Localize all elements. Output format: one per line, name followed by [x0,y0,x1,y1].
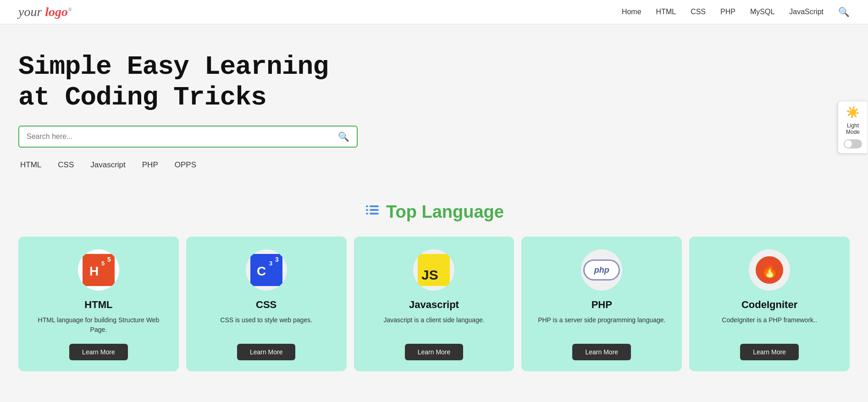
card-js-desc: Javascript is a client side language. [383,315,484,335]
card-ci-title: CodeIgniter [741,299,797,311]
nav-php[interactable]: PHP [720,8,735,16]
svg-rect-1 [370,209,379,211]
hero-title: Simple Easy Learning at Coding Tricks [18,52,362,113]
card-css-btn[interactable]: Learn More [237,344,296,360]
nav-javascript[interactable]: JavaScript [789,8,824,16]
cat-css[interactable]: CSS [58,160,74,170]
card-codeigniter: 🔥 CodeIgniter CodeIgniter is a PHP frame… [689,237,850,371]
php-icon-circle: php [581,249,622,291]
svg-text:C: C [257,264,266,278]
site-logo: your logo® [18,5,72,19]
svg-rect-0 [370,205,379,207]
top-language-section: Top Language H 5 HTML HTML language for … [0,183,868,380]
card-php-title: PHP [592,299,612,311]
nav-html[interactable]: HTML [656,8,676,16]
language-cards: H 5 HTML HTML language for building Stru… [18,237,850,371]
css-icon-circle: C 3 [246,249,287,291]
list-icon [364,202,381,222]
html-icon-circle: H 5 [78,249,119,291]
nav-css[interactable]: CSS [691,8,706,16]
nav-mysql[interactable]: MySQL [750,8,774,16]
section-title: Top Language [18,202,850,222]
card-css-desc: CSS is used to style web pages. [220,315,312,335]
html-badge: H 5 [83,254,115,286]
main-nav: Home HTML CSS PHP MySQL JavaScript 🔍 [622,6,850,17]
php-badge: php [583,259,620,281]
section-heading: Top Language [386,202,504,222]
svg-text:5: 5 [101,260,105,267]
logo-your: your [18,5,42,19]
ci-badge: 🔥 [756,256,783,284]
svg-rect-3 [366,205,368,207]
svg-text:3: 3 [269,260,272,267]
svg-rect-4 [366,209,368,211]
logo-reg: ® [68,6,72,13]
ci-icon-circle: 🔥 [749,249,790,291]
card-html-desc: HTML language for building Structure Web… [29,315,168,335]
card-css: C 3 CSS CSS is used to style web pages. … [186,237,347,371]
svg-text:H: H [89,264,99,278]
card-php-btn[interactable]: Learn More [572,344,631,360]
svg-rect-5 [366,213,368,215]
search-bar: 🔍 [18,126,358,148]
card-ci-desc: CodeIgniter is a PHP framework.. [722,315,817,335]
card-html-btn[interactable]: Learn More [69,344,128,360]
css-badge: C 3 [250,254,282,286]
card-php: php PHP PHP is a server side programming… [521,237,682,371]
card-javascript: JS Javascript Javascript is a client sid… [354,237,514,371]
cat-php[interactable]: PHP [142,160,158,170]
cat-html[interactable]: HTML [20,160,41,170]
card-js-title: Javascript [409,299,459,311]
header-search-button[interactable]: 🔍 [838,6,850,17]
logo-brand: logo [45,5,68,19]
site-header: your logo® Home HTML CSS PHP MySQL JavaS… [0,0,868,24]
card-html-title: HTML [84,299,112,311]
cat-opps[interactable]: OPPS [175,160,196,170]
search-input[interactable] [19,127,331,146]
svg-rect-2 [370,213,379,215]
category-links: HTML CSS Javascript PHP OPPS [18,160,850,170]
dark-mode-toggle[interactable] [844,139,862,149]
nav-home[interactable]: Home [622,8,641,16]
card-css-title: CSS [256,299,276,311]
js-icon-circle: JS [413,249,454,291]
card-php-desc: PHP is a server side programming languag… [538,315,665,335]
sun-icon: ☀️ [846,106,860,119]
card-ci-btn[interactable]: Learn More [740,344,799,360]
card-js-btn[interactable]: Learn More [405,344,464,360]
card-html: H 5 HTML HTML language for building Stru… [18,237,179,371]
light-mode-label: Light Mode [846,122,860,136]
search-submit-button[interactable]: 🔍 [331,127,357,147]
cat-javascript[interactable]: Javascript [90,160,126,170]
light-mode-panel: ☀️ Light Mode [838,101,868,154]
hero-section: Simple Easy Learning at Coding Tricks 🔍 … [0,24,868,183]
svg-text:JS: JS [421,267,438,282]
